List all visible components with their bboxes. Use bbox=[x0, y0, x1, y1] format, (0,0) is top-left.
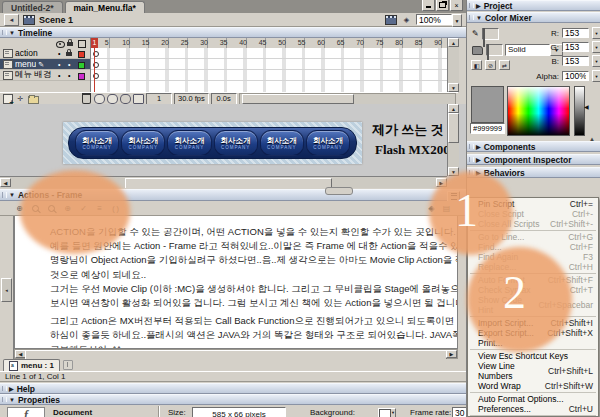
scrollbar-thumb[interactable] bbox=[125, 178, 332, 188]
layer-visibility-dot[interactable]: • bbox=[58, 50, 60, 57]
timeline-panel-header[interactable]: ▼ Timeline bbox=[0, 27, 466, 38]
menu-item[interactable]: Auto Format Options... bbox=[468, 394, 598, 404]
menu-button[interactable]: 회사소개COMPANY bbox=[260, 130, 304, 156]
scroll-left-button[interactable]: ◀ bbox=[0, 178, 11, 187]
help-panel-header[interactable]: ▶ Help bbox=[0, 383, 466, 394]
center-frame-button[interactable] bbox=[94, 94, 105, 103]
dock-panel-header-components[interactable]: ▶Components bbox=[467, 141, 600, 152]
toolbox-splitter[interactable]: ◂ bbox=[0, 216, 14, 359]
frame-rate-field[interactable]: 30.0 fps bbox=[174, 93, 209, 105]
slider-handle-icon[interactable]: ◀ bbox=[584, 104, 589, 110]
scroll-down-button[interactable]: ▼ bbox=[448, 83, 459, 92]
menu-button[interactable]: 회사소개COMPANY bbox=[214, 130, 258, 156]
frame-rows[interactable] bbox=[91, 48, 447, 92]
lock-icon[interactable] bbox=[67, 42, 73, 46]
close-button[interactable]: × bbox=[450, 0, 463, 11]
red-input[interactable] bbox=[562, 28, 589, 38]
frame-rate-input[interactable] bbox=[452, 407, 466, 417]
timeline-vertical-scrollbar[interactable]: ▲ ▼ bbox=[447, 38, 459, 92]
scroll-up-button[interactable]: ▲ bbox=[448, 104, 459, 113]
pin-script-icon[interactable] bbox=[63, 360, 73, 370]
script-tab[interactable]: menu : 1 bbox=[3, 359, 60, 371]
onion-skin-outlines-button[interactable] bbox=[120, 94, 131, 103]
menu-button[interactable]: 회사소개COMPANY bbox=[167, 130, 211, 156]
scroll-right-button[interactable]: ▶ bbox=[446, 350, 457, 358]
scroll-up-button[interactable]: ▲ bbox=[448, 38, 459, 47]
lock-icon[interactable] bbox=[66, 52, 72, 56]
minimize-button[interactable] bbox=[422, 0, 435, 11]
document-tab[interactable]: Untitled-2* bbox=[2, 1, 63, 13]
black-white-button[interactable]: ◧ bbox=[471, 60, 482, 70]
menu-item[interactable]: View Line NumbersCtrl+Shift+L bbox=[468, 361, 598, 381]
layer-row[interactable]: 메뉴 배경•• bbox=[0, 70, 90, 81]
chevron-down-icon[interactable]: ▼ bbox=[592, 41, 600, 53]
properties-panel-header[interactable]: ▼ Properties bbox=[0, 394, 466, 405]
chevron-down-icon[interactable]: ▼ bbox=[592, 70, 600, 82]
edit-multiple-frames-button[interactable] bbox=[133, 94, 144, 103]
layer-frame-row[interactable] bbox=[91, 48, 447, 59]
dock-panel-header-component-inspector[interactable]: ▶Component Inspector bbox=[467, 154, 600, 165]
delete-layer-button[interactable] bbox=[81, 94, 92, 103]
edit-symbol-button[interactable]: ◈ bbox=[400, 15, 413, 25]
onion-skin-button[interactable] bbox=[107, 94, 118, 103]
brightness-slider[interactable] bbox=[574, 86, 585, 136]
layer-visibility-dot[interactable]: • bbox=[58, 72, 60, 79]
script-horizontal-scrollbar[interactable]: ◀ ▶ bbox=[14, 349, 458, 359]
edit-scene-button[interactable] bbox=[384, 15, 397, 25]
layer-lock-dot[interactable]: • bbox=[68, 72, 70, 79]
layer-frame-row[interactable] bbox=[91, 70, 447, 81]
panel-resize-grip[interactable] bbox=[325, 187, 353, 195]
timeline-horizontal-scrollbar[interactable] bbox=[239, 93, 456, 105]
document-tab[interactable]: main_Menu.fla* bbox=[65, 1, 145, 13]
menu-item[interactable]: Preferences...Ctrl+U bbox=[468, 404, 598, 414]
menu-button[interactable]: 회사소개COMPANY bbox=[306, 130, 350, 156]
zoom-input[interactable] bbox=[416, 14, 452, 25]
no-color-button[interactable]: ⊘ bbox=[485, 60, 496, 70]
fill-color-control[interactable] bbox=[472, 44, 503, 56]
fill-color-swatch[interactable] bbox=[486, 44, 503, 56]
properties-panel-body: f Document Size: 585 x 66 pixels Backgro… bbox=[0, 405, 466, 417]
blue-input[interactable] bbox=[562, 56, 589, 66]
menu-button[interactable]: 회사소개COMPANY bbox=[121, 130, 165, 156]
background-color-swatch[interactable]: ▼ bbox=[378, 408, 396, 417]
menu-item[interactable]: View Esc Shortcut Keys bbox=[468, 351, 598, 361]
layer-row[interactable]: action• bbox=[0, 48, 90, 59]
restore-button[interactable] bbox=[436, 0, 449, 11]
layer-lock-dot[interactable]: • bbox=[68, 61, 70, 68]
menu-bar-artwork[interactable]: 회사소개COMPANY회사소개COMPANY회사소개COMPANY회사소개COM… bbox=[63, 122, 362, 164]
zoom-dropdown-button[interactable]: ▼ bbox=[452, 14, 462, 27]
alpha-input[interactable] bbox=[562, 71, 589, 81]
layer-outline-color[interactable] bbox=[78, 62, 85, 69]
hex-color-input[interactable] bbox=[470, 123, 505, 134]
eye-icon[interactable] bbox=[56, 41, 65, 48]
layer-frame-row[interactable] bbox=[91, 59, 447, 70]
menu-button[interactable]: 회사소개COMPANY bbox=[75, 130, 119, 156]
script-line: 하심이 좋을듯 하네요..플래시의 액션은 JAVA와 거의 똑같은 형태와 구… bbox=[50, 328, 451, 342]
stage-vertical-scrollbar[interactable]: ▲ ▼ bbox=[447, 104, 459, 176]
color-mixer-panel-header[interactable]: ▼ Color Mixer bbox=[467, 12, 600, 23]
swap-colors-button[interactable]: ⇄ bbox=[499, 60, 510, 70]
document-size-button[interactable]: 585 x 66 pixels bbox=[192, 407, 286, 417]
green-input[interactable] bbox=[562, 42, 589, 52]
outline-icon[interactable] bbox=[78, 40, 86, 48]
scrollbar-thumb[interactable] bbox=[242, 94, 354, 104]
menu-button-sublabel: COMPANY bbox=[129, 145, 158, 150]
ruler-label: 40 bbox=[239, 39, 247, 46]
add-motion-guide-button[interactable]: ✛ bbox=[15, 94, 26, 103]
frames-area[interactable]: 15101520253035404550556065707580859095 bbox=[91, 38, 447, 92]
color-picker-gradient[interactable] bbox=[507, 86, 570, 136]
chevron-down-icon[interactable]: ▼ bbox=[592, 55, 600, 67]
insert-layer-button[interactable] bbox=[2, 94, 13, 103]
splitter-handle[interactable]: ◂ bbox=[1, 278, 12, 302]
chevron-down-icon[interactable]: ▼ bbox=[592, 27, 600, 39]
back-button[interactable]: ◂ bbox=[4, 14, 19, 26]
layer-outline-color[interactable] bbox=[78, 51, 85, 58]
scrollbar-thumb[interactable] bbox=[448, 113, 459, 143]
layer-visibility-dot[interactable]: • bbox=[58, 61, 60, 68]
project-panel-header[interactable]: ▶ Project bbox=[467, 0, 600, 11]
stroke-color-swatch[interactable] bbox=[482, 28, 499, 40]
layer-outline-color[interactable] bbox=[78, 73, 85, 80]
menu-item[interactable]: Word WrapCtrl+Shift+W bbox=[468, 381, 598, 391]
insert-folder-button[interactable] bbox=[28, 94, 39, 103]
stroke-color-control[interactable]: ✎ bbox=[472, 28, 499, 40]
